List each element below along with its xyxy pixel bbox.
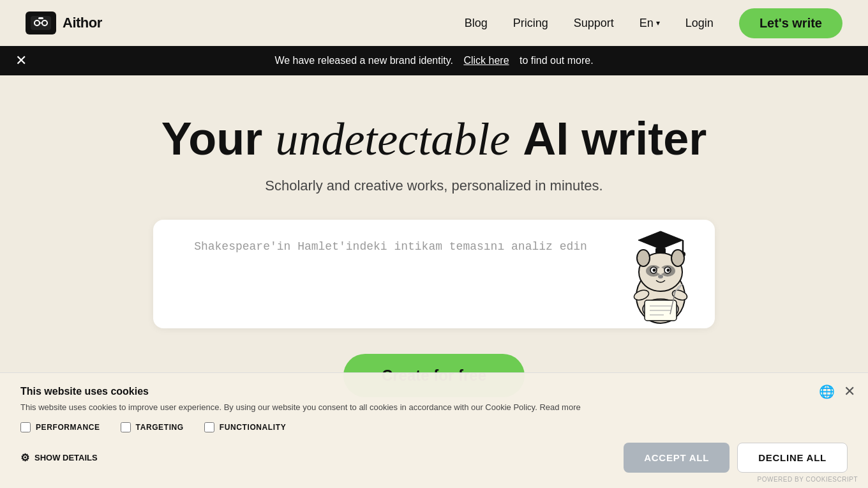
nav-cta-button[interactable]: Let's write — [739, 8, 842, 38]
svg-point-19 — [637, 250, 650, 266]
logo-text: Aithor — [63, 15, 102, 31]
accept-all-button[interactable]: ACCEPT ALL — [624, 443, 730, 448]
nav-support[interactable]: Support — [574, 17, 614, 30]
announcement-banner: ✕ We have released a new brand identity.… — [0, 46, 868, 75]
cookie-close-icon[interactable]: ✕ — [844, 383, 855, 400]
topic-input-box[interactable]: Shakespeare'in Hamlet'indeki intikam tem… — [153, 220, 715, 328]
input-placeholder-text: Shakespeare'in Hamlet'indeki intikam tem… — [174, 238, 608, 256]
cookie-checkboxes: PERFORMANCE TARGETING FunctionALiTY — [20, 422, 848, 432]
nav-blog[interactable]: Blog — [465, 17, 488, 30]
cookie-banner: 🌐 ✕ This website uses cookies This websi… — [0, 372, 868, 448]
svg-point-20 — [671, 250, 684, 266]
cookie-top-right-controls: 🌐 ✕ — [819, 383, 855, 400]
decline-all-button[interactable]: DECLINE ALL — [737, 443, 848, 448]
performance-checkbox[interactable] — [20, 422, 31, 432]
raccoon-mascot — [606, 220, 715, 328]
navbar: Aithor Blog Pricing Support En ▾ Login L… — [0, 0, 868, 46]
hero-subtitle: Scholarly and creative works, personaliz… — [26, 178, 842, 194]
svg-marker-5 — [638, 231, 683, 249]
hero-title: Your undetectable AI writer — [26, 114, 842, 165]
globe-icon[interactable]: 🌐 — [819, 384, 835, 399]
nav-login[interactable]: Login — [685, 17, 714, 30]
targeting-checkbox[interactable] — [121, 422, 131, 432]
functionality-label: FunctionALiTY — [220, 423, 286, 432]
svg-rect-3 — [38, 17, 43, 19]
cookie-action-buttons: ACCEPT ALL DECLINE ALL — [624, 443, 848, 448]
svg-point-13 — [657, 268, 664, 274]
cookie-checkbox-targeting: TARGETING — [121, 422, 184, 432]
cookie-read-more[interactable]: Read more — [539, 402, 580, 412]
svg-point-18 — [658, 275, 663, 278]
logo-icon — [26, 11, 56, 34]
cookie-bottom-row: ⚙ SHOW DETAILS ACCEPT ALL DECLINE ALL — [20, 443, 848, 448]
cookie-title: This website uses cookies — [20, 386, 848, 397]
cookie-checkbox-performance: PERFORMANCE — [20, 422, 100, 432]
chevron-down-icon: ▾ — [656, 19, 660, 27]
banner-text-after: to find out more. — [520, 55, 594, 66]
targeting-label: TARGETING — [136, 423, 184, 432]
nav-language-selector[interactable]: En ▾ — [640, 17, 660, 30]
cookie-description: This website uses cookies to improve use… — [20, 402, 848, 412]
logo[interactable]: Aithor — [26, 11, 102, 34]
banner-link[interactable]: Click here — [463, 55, 509, 66]
cookie-checkbox-functionality: FunctionALiTY — [204, 422, 286, 432]
nav-links: Blog Pricing Support En ▾ Login Let's wr… — [465, 8, 842, 38]
svg-point-16 — [653, 269, 656, 272]
functionality-checkbox[interactable] — [204, 422, 214, 432]
svg-point-17 — [667, 269, 670, 272]
banner-text-before: We have released a new brand identity. — [274, 55, 453, 66]
close-icon[interactable]: ✕ — [15, 52, 27, 69]
nav-pricing[interactable]: Pricing — [513, 17, 548, 30]
performance-label: PERFORMANCE — [36, 423, 100, 432]
